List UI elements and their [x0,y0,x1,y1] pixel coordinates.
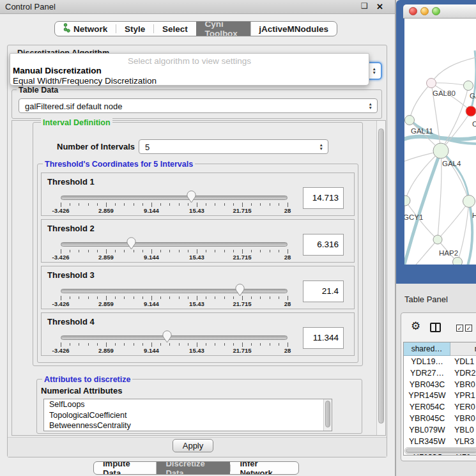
column-header-shared-name[interactable]: shared… [404,342,450,356]
table-row[interactable]: YBL079WYBL0 [404,425,476,436]
network-edge[interactable] [441,151,469,201]
tab-style[interactable]: Style [116,22,153,36]
apply-button[interactable]: Apply [173,439,213,452]
slider-tick [179,343,180,346]
table-row[interactable]: YPR145WYPR1 [404,390,476,402]
tab-infer-network[interactable]: Infer Network [231,462,298,474]
network-edge[interactable] [405,151,441,201]
tab-jactivemnodules[interactable]: jActiveMNodules [250,22,337,36]
network-node-gal4[interactable] [433,143,449,158]
slider-tick [251,203,252,206]
checkbox-icon[interactable]: ✓ [465,325,472,332]
minimize-traffic-light-icon[interactable] [420,7,429,15]
slider-tick [279,296,279,299]
panel-scrollbar-thumb[interactable] [378,128,384,424]
column-layout-icon[interactable] [430,323,441,332]
network-canvas[interactable]: GAL80GACGAL11GAL4GCY1HHAP2 [404,19,476,265]
threshold-value-field[interactable]: 11.344 [303,327,344,349]
network-node-gcy1[interactable] [404,196,410,206]
threshold-slider-track[interactable] [61,196,288,200]
tab-label: Impute Data [103,461,147,475]
float-window-icon[interactable]: ❑ [361,3,368,10]
attribute-item[interactable]: TopologicalCoefficient [44,410,332,421]
threshold-slider-thumb[interactable] [235,284,245,296]
close-icon[interactable]: ✕ [376,2,383,12]
popup-item-manual-discretization[interactable]: Manual Discretization [13,66,102,75]
node-attribute-table[interactable]: shared… na YDL19…YDL1YDR27…YDR2YBR043CYB… [403,342,476,456]
table-row[interactable]: YBR045CYBR0 [404,413,476,425]
threshold-slider-thumb[interactable] [187,190,196,203]
slider-tick [206,296,206,299]
slider-tick [79,203,79,206]
table-row[interactable]: YER054CYER0 [404,402,476,413]
network-node-gal80[interactable] [427,79,436,88]
gear-icon[interactable]: ⚙ [411,321,420,332]
slider-tick [270,203,270,206]
network-edge[interactable] [441,151,469,201]
network-node-c[interactable] [466,106,476,116]
slider-tick [151,342,152,347]
slider-tick-label: 28 [284,300,291,307]
zoom-traffic-light-icon[interactable] [432,7,440,15]
cell-shared-name: YDL19… [404,357,450,368]
tab-discretize-data[interactable]: Discretize Data [157,462,230,474]
tab-network[interactable]: Network [55,22,116,36]
network-edge[interactable] [471,50,476,111]
table-horizontal-scrollbar[interactable] [404,447,476,454]
threshold-slider-track[interactable] [61,242,288,247]
network-node-label: GA [470,92,476,100]
threshold-slider-track[interactable] [61,335,288,340]
threshold-value-field[interactable]: 21.4 [303,280,344,302]
slider-tick [279,343,279,346]
table-data-combobox[interactable]: galFiltered.sif default node ▲▼ [19,98,378,113]
threshold-value-field[interactable]: 14.713 [303,187,344,209]
table-panel-title: Table Panel [404,295,448,304]
threshold-slider-track[interactable] [61,289,288,293]
attributes-scrollbar-thumb[interactable] [325,401,330,427]
tab-select[interactable]: Select [154,22,196,36]
panel-scrollbar[interactable] [376,121,385,435]
table-row[interactable]: YLR345WYLR3 [404,436,476,448]
network-edge[interactable] [466,201,472,265]
close-traffic-light-icon[interactable] [409,7,417,15]
network-node-label: C [472,120,476,128]
slider-tick [61,342,61,347]
network-edge[interactable] [431,83,468,86]
attribute-item[interactable]: BetweennessCentrality [44,420,332,431]
tab-impute-data[interactable]: Impute Data [94,462,156,474]
network-node-ga[interactable] [464,81,473,91]
slider-tick [169,296,170,299]
network-node[interactable] [453,257,463,265]
network-edge[interactable] [431,57,476,83]
threshold-label: Threshold 3 [47,270,95,280]
table-row[interactable]: YDL19…YDL1 [404,357,476,368]
table-row[interactable]: YBR043CYBR0 [404,380,476,391]
threshold-slider-thumb[interactable] [127,237,136,250]
attributes-scrollbar[interactable] [323,399,332,431]
network-edge[interactable] [404,201,405,242]
network-edge[interactable] [457,201,469,262]
numerical-attributes-list[interactable]: SelfLoopsTopologicalCoefficientBetweenne… [43,399,332,431]
cell-name: YBR0 [450,380,476,391]
checkbox-icon[interactable]: ✓ [456,325,463,332]
slider-tick [160,203,161,206]
tab-cyni-toolbox[interactable]: Cyni Toolbox [196,22,250,36]
threshold-value-field[interactable]: 6.316 [303,234,344,256]
tab-label: Discretize Data [165,461,221,475]
network-node-gal11[interactable] [405,116,415,125]
network-edge[interactable] [438,151,441,240]
network-edge[interactable] [410,83,431,120]
network-node-h[interactable] [463,196,475,208]
popup-item-equal-width-frequency[interactable]: Equal Width/Frequency Discretization [13,76,157,86]
table-scrollbar-thumb[interactable] [406,449,476,453]
slider-tick [160,296,161,299]
network-node-hap2[interactable] [433,235,442,244]
table-row[interactable]: YDR27…YDR2 [404,368,476,380]
column-header-name[interactable]: na [450,342,476,356]
slider-tick-label: 2.859 [98,207,114,214]
slider-tick [188,343,188,346]
number-of-intervals-combobox[interactable]: 5 ▲▼ [139,139,328,154]
attribute-item[interactable]: SelfLoops [44,399,332,410]
table-rows: YDL19…YDL1YDR27…YDR2YBR043CYBR0YPR145WYP… [404,357,476,456]
threshold-slider-thumb[interactable] [162,330,172,343]
